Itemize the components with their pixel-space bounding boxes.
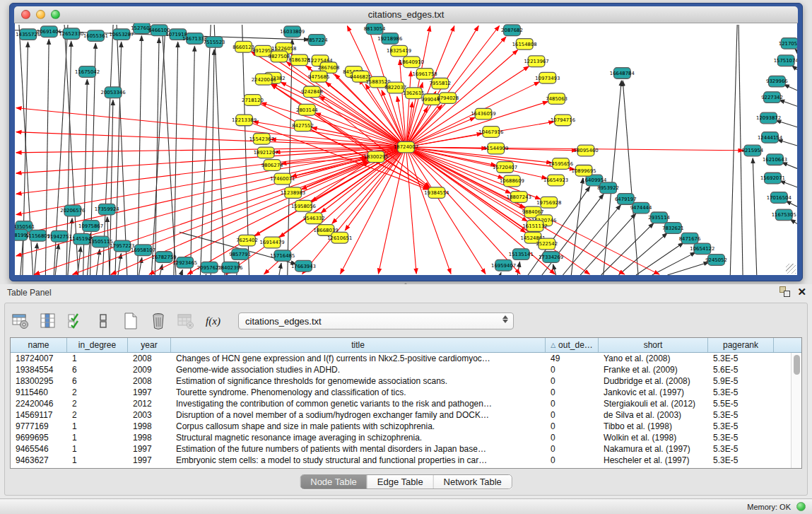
table-cell[interactable]: Tourette syndrome. Phenomenology and cla… (171, 387, 546, 397)
table-cell[interactable]: Dudbridge et al. (2008) (599, 376, 708, 386)
graph-node[interactable]: 11942757 (47, 230, 72, 242)
graph-node[interactable]: 16654923 (543, 175, 568, 186)
table-cell[interactable]: 1 (67, 433, 128, 443)
graph-node[interactable]: 10794716 (551, 115, 575, 126)
graph-node[interactable]: 17460071 (270, 173, 295, 185)
graph-edge[interactable] (571, 178, 582, 275)
graph-node[interactable]: 19756928 (536, 197, 561, 208)
graph-node[interactable]: 9242848 (301, 86, 323, 98)
graph-edge[interactable] (636, 243, 683, 275)
graph-edge[interactable] (780, 181, 797, 187)
table-cell[interactable]: 1 (67, 444, 128, 454)
table-row[interactable]: 946362711997Embryonic stem cells: a mode… (11, 455, 790, 466)
graph-node[interactable]: 9857791 (229, 249, 251, 260)
table-cell[interactable]: 9465546 (11, 444, 67, 454)
graph-node[interactable]: 8953922 (597, 182, 619, 194)
table-scrollbar[interactable] (791, 353, 801, 468)
table-cell[interactable]: 2003 (128, 410, 171, 420)
graph-node[interactable]: 8427552 (292, 120, 314, 132)
graph-edge[interactable] (55, 244, 59, 275)
window-titlebar[interactable]: citations_edges.txt (14, 6, 798, 23)
graph-edge[interactable] (174, 42, 178, 275)
table-row[interactable]: 2242004622012Investigating the contribut… (11, 398, 790, 409)
graph-node[interactable]: 8813054 (364, 23, 386, 35)
graph-node[interactable]: 10975867 (78, 221, 103, 232)
column-header-short[interactable]: short (599, 338, 708, 352)
table-cell[interactable]: Embryonic stem cells: a model to study s… (171, 455, 546, 465)
graph-node[interactable]: 18325419 (387, 45, 411, 57)
table-cell[interactable]: 19384554 (11, 365, 67, 375)
row-height-button[interactable] (93, 312, 112, 331)
graph-edge[interactable] (618, 233, 667, 275)
table-cell[interactable]: Franke et al. (2009) (599, 365, 708, 375)
graph-edge[interactable] (652, 252, 695, 275)
graph-node[interactable]: 15135141 (509, 249, 534, 260)
graph-node[interactable]: 7515523 (204, 37, 225, 48)
table-cell[interactable]: 0 (546, 444, 599, 454)
table-cell[interactable]: 14569117 (11, 410, 67, 420)
graph-edge[interactable] (315, 113, 406, 147)
graph-node[interactable]: 9546332 (303, 213, 325, 224)
table-cell[interactable]: 18724007 (11, 354, 67, 363)
graph-node[interactable]: 2087682 (501, 25, 523, 36)
graph-node[interactable]: 16055361 (83, 30, 108, 42)
table-cell[interactable]: 0 (546, 399, 599, 409)
table-cell[interactable]: 1998 (128, 421, 171, 431)
table-cell[interactable]: Estimation of the future numbers of pati… (171, 444, 546, 454)
table-cell[interactable]: 0 (546, 455, 599, 465)
table-cell[interactable]: 1997 (128, 444, 171, 454)
close-window-button[interactable] (21, 10, 30, 19)
column-header-title[interactable]: title (171, 338, 546, 352)
zoom-window-button[interactable] (51, 10, 60, 19)
graph-node[interactable]: 15542367 (249, 134, 274, 145)
graph-node[interactable]: 16648784 (610, 68, 635, 79)
table-cell[interactable]: 5.3E-5 (708, 455, 774, 465)
graph-edge[interactable] (782, 163, 797, 169)
table-cell[interactable]: 0 (546, 376, 599, 386)
graph-node[interactable]: 20053346 (101, 87, 126, 98)
table-row[interactable]: 977716911998Corpus callosum shape and si… (11, 421, 790, 432)
table-cell[interactable]: 49 (546, 354, 599, 363)
table-cell[interactable]: 5.3E-5 (708, 433, 774, 443)
table-cell[interactable]: 0 (546, 433, 599, 443)
graph-edge[interactable] (191, 46, 195, 275)
table-cell[interactable]: 6 (67, 376, 128, 386)
table-selector-dropdown[interactable]: citations_edges.txt (238, 313, 514, 329)
column-header-out_de[interactable]: △out_de… (546, 338, 599, 352)
graph-edge[interactable] (279, 263, 281, 275)
graph-edge[interactable] (753, 158, 757, 275)
graph-edge[interactable] (271, 84, 437, 192)
table-cell[interactable]: de Silva et al. (2003) (599, 410, 708, 420)
table-cell[interactable]: 2008 (128, 376, 171, 386)
graph-node[interactable]: 9245052 (705, 255, 727, 266)
table-cell[interactable]: Estimation of significance thresholds fo… (171, 376, 546, 386)
graph-node[interactable]: 8471676 (679, 233, 701, 244)
table-cell[interactable]: 5.3E-5 (708, 410, 774, 420)
graph-edge[interactable] (139, 257, 142, 275)
graph-node[interactable]: 18640910 (399, 57, 424, 68)
table-cell[interactable]: 5.3E-5 (708, 387, 774, 397)
minimize-window-button[interactable] (36, 10, 45, 19)
table-cell[interactable]: 5.6E-5 (708, 365, 774, 375)
table-cell[interactable]: 2 (67, 399, 128, 409)
table-row[interactable]: 1830029562008Estimation of significance … (11, 375, 790, 387)
graph-node[interactable]: 9827508 (269, 51, 290, 62)
graph-edge[interactable] (406, 147, 417, 274)
table-cell[interactable]: 9463627 (11, 455, 67, 465)
table-cell[interactable]: Investigating the contribution of common… (171, 399, 546, 409)
graph-node[interactable]: 6479197 (615, 194, 637, 205)
table-cell[interactable]: Stergiakouli et al. (2012) (599, 399, 708, 409)
table-row[interactable]: 1872400712008Changes of HCN gene express… (11, 353, 790, 364)
graph-node[interactable]: 12093872 (756, 112, 781, 124)
graph-edge[interactable] (730, 25, 737, 275)
graph-node[interactable]: 7485063 (546, 93, 567, 105)
table-cell[interactable]: Wolkin et al. (1998) (599, 433, 708, 443)
table-cell[interactable]: 18300295 (11, 376, 67, 386)
close-panel-icon[interactable]: ✕ (797, 286, 806, 297)
graph-node[interactable]: 17016504 (767, 192, 792, 204)
network-canvas[interactable]: 1435572620691406126523301605536110653287… (15, 23, 797, 275)
graph-edge[interactable] (16, 108, 406, 148)
table-row[interactable]: 911546021997Tourette syndrome. Phenomeno… (11, 387, 790, 398)
table-cell[interactable]: Yano et al. (2008) (599, 354, 708, 363)
graph-node[interactable]: 9329966 (766, 76, 788, 87)
